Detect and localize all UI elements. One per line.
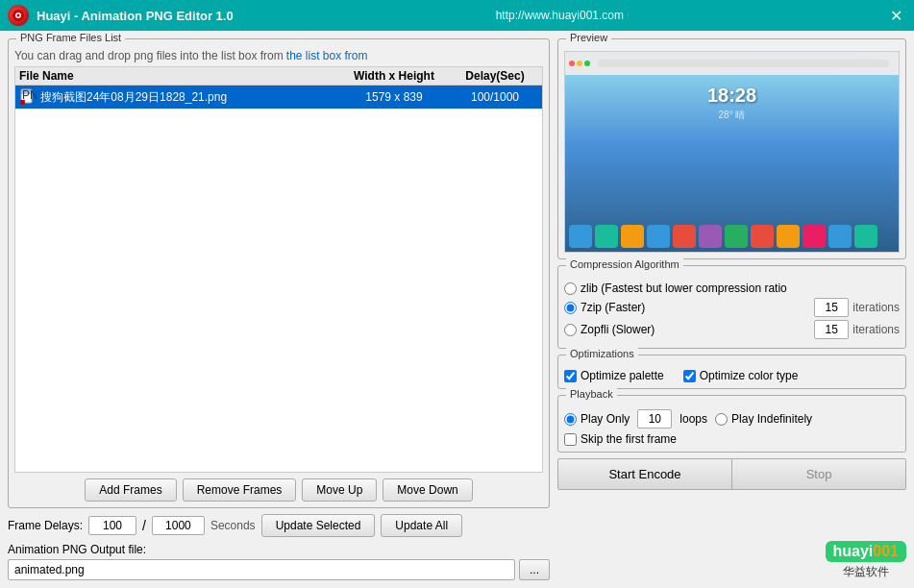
preview-title: Preview [566, 32, 611, 43]
icon-4 [647, 225, 670, 248]
encode-stop-row: Start Encode Stop [557, 458, 906, 490]
header-delay: Delay(Sec) [452, 69, 538, 83]
optimize-palette-option[interactable]: Optimize palette [564, 369, 664, 382]
preview-time: 18:28 [565, 85, 899, 107]
header-filename: File Name [19, 69, 336, 83]
zopfli-radio[interactable] [564, 324, 577, 336]
app-logo [8, 5, 29, 26]
title-bar: Huayi - Animation PNG Editor 1.0 http://… [0, 0, 914, 31]
frame-delays-row: Frame Delays: / Seconds Update Selected … [8, 514, 550, 537]
playback-title: Playback [566, 388, 617, 400]
start-encode-button[interactable]: Start Encode [557, 458, 732, 490]
loops-input[interactable] [637, 409, 672, 429]
preview-icons [565, 221, 899, 252]
7zip-iterations-input[interactable] [814, 298, 849, 317]
icon-3 [621, 225, 644, 248]
skip-first-checkbox[interactable] [564, 433, 577, 446]
play-only-option[interactable]: Play Only [564, 412, 630, 426]
zlib-radio[interactable] [564, 282, 577, 295]
preview-date: 28° 晴 [565, 109, 899, 122]
optimize-colortype-checkbox[interactable] [683, 370, 696, 382]
add-frames-button[interactable]: Add Frames [85, 478, 176, 502]
png-list-title: PNG Frame Files List [16, 32, 125, 43]
app-url: http://www.huayi001.com [496, 9, 624, 22]
preview-image: 18:28 28° 晴 [564, 51, 900, 253]
play-indefinitely-label: Play Indefinitely [731, 412, 812, 426]
svg-rect-6 [20, 100, 25, 105]
icon-10 [803, 225, 826, 248]
playback-row2: Skip the first frame [564, 432, 900, 446]
icon-6 [699, 225, 722, 248]
output-file-input[interactable] [8, 559, 515, 580]
file-list-header: File Name Width x Height Delay(Sec) [14, 66, 543, 85]
loops-label: loops [679, 412, 707, 426]
drag-hint: You can drag and drop png files into the… [14, 49, 543, 62]
delay-separator: / [142, 518, 146, 533]
optimizations-title: Optimizations [566, 348, 638, 359]
7zip-iterations: iterations [814, 298, 900, 317]
huayi-subtitle: 华益软件 [826, 564, 907, 580]
png-list-group: PNG Frame Files List You can drag and dr… [8, 38, 550, 508]
file-size: 1579 x 839 [336, 90, 452, 104]
move-up-button[interactable]: Move Up [302, 478, 377, 502]
close-button[interactable]: ✕ [886, 7, 906, 25]
delay-value2-input[interactable] [152, 516, 205, 535]
file-name: 搜狗截图24年08月29日1828_21.png [40, 89, 336, 106]
optimize-colortype-label: Optimize color type [700, 369, 799, 382]
icon-5 [673, 225, 696, 248]
app-title: Huayi - Animation PNG Editor 1.0 [37, 9, 234, 23]
compression-group: Compression Algorithm zlib (Fastest but … [557, 265, 906, 349]
taskbar-dot-green [584, 61, 590, 66]
icon-12 [854, 225, 877, 248]
play-indefinitely-option[interactable]: Play Indefinitely [715, 412, 812, 426]
delay-value1-input[interactable] [88, 516, 136, 535]
optimize-colortype-option[interactable]: Optimize color type [683, 369, 799, 382]
icon-1 [569, 225, 592, 248]
taskbar-dot-red [569, 61, 575, 66]
table-row[interactable]: PNG 搜狗截图24年08月29日1828_21.png 1579 x 839 … [15, 86, 542, 109]
delay-unit: Seconds [210, 519, 256, 532]
7zip-iterations-label: iterations [852, 301, 900, 314]
huayi-number: 001 [873, 543, 899, 559]
zopfli-label: Zopfli (Slower) [581, 323, 655, 336]
play-indefinitely-radio[interactable] [715, 413, 728, 426]
7zip-label: 7zip (Faster) [581, 301, 645, 314]
playback-row1: Play Only loops Play Indefinitely [564, 409, 900, 429]
play-only-label: Play Only [581, 412, 630, 426]
output-label: Animation PNG Output file: [8, 543, 550, 556]
huayi-badge: huayi001 [826, 541, 907, 562]
address-bar [598, 60, 889, 67]
play-only-radio[interactable] [564, 413, 577, 426]
output-row: ... [8, 559, 550, 580]
optimizations-group: Optimizations Optimize palette Optimize … [557, 355, 906, 389]
skip-first-label: Skip the first frame [581, 432, 677, 446]
icon-11 [828, 225, 852, 248]
output-file-section: Animation PNG Output file: ... [8, 543, 550, 580]
comp-zopfli-row: Zopfli (Slower) iterations [564, 320, 900, 339]
file-list-body[interactable]: PNG 搜狗截图24年08月29日1828_21.png 1579 x 839 … [14, 85, 543, 473]
7zip-radio[interactable] [564, 302, 577, 314]
icon-2 [595, 225, 618, 248]
remove-frames-button[interactable]: Remove Frames [183, 478, 297, 502]
zopfli-option[interactable]: Zopfli (Slower) [564, 323, 655, 336]
huayi-logo: huayi001 华益软件 [826, 541, 907, 580]
svg-text:PNG: PNG [22, 88, 37, 102]
7zip-option[interactable]: 7zip (Faster) [564, 301, 645, 314]
icon-7 [725, 225, 748, 248]
frame-buttons: Add Frames Remove Frames Move Up Move Do… [14, 478, 543, 502]
playback-group: Playback Play Only loops Play Indefinite… [557, 395, 906, 453]
update-all-button[interactable]: Update All [381, 514, 462, 537]
stop-button[interactable]: Stop [732, 458, 906, 490]
file-icon: PNG [19, 88, 37, 106]
browse-button[interactable]: ... [519, 559, 550, 580]
zlib-label: zlib (Fastest but lower compression rati… [581, 282, 787, 295]
svg-point-2 [17, 14, 20, 17]
huayi-text: huayi [833, 543, 874, 559]
update-selected-button[interactable]: Update Selected [261, 514, 376, 537]
optimize-palette-checkbox[interactable] [564, 370, 577, 382]
title-bar-left: Huayi - Animation PNG Editor 1.0 [8, 5, 234, 26]
zlib-option[interactable]: zlib (Fastest but lower compression rati… [564, 282, 787, 295]
move-down-button[interactable]: Move Down [383, 478, 472, 502]
zopfli-iterations-input[interactable] [814, 320, 849, 339]
skip-first-option[interactable]: Skip the first frame [564, 432, 677, 446]
